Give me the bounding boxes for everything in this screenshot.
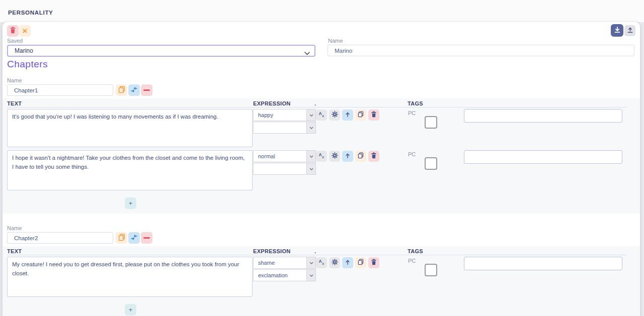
- saved-label: Saved: [7, 38, 23, 44]
- settings-button[interactable]: [329, 257, 340, 268]
- svg-text:A: A: [318, 152, 321, 157]
- expression-select-2[interactable]: [253, 163, 316, 175]
- trash-icon: [10, 27, 16, 35]
- add-row-button[interactable]: +: [125, 197, 136, 209]
- name-input[interactable]: [328, 45, 634, 56]
- upload-button[interactable]: [624, 25, 635, 36]
- download-icon: [614, 26, 621, 35]
- move-up-button[interactable]: [342, 257, 353, 268]
- download-button[interactable]: [611, 24, 623, 37]
- expression-select-value: normal: [253, 150, 307, 162]
- chapter-name-input[interactable]: [7, 232, 113, 244]
- translate-icon: Aa: [318, 259, 325, 267]
- chevron-down-icon[interactable]: [307, 257, 316, 269]
- dot-column-header: .: [314, 248, 316, 254]
- delete-row-button[interactable]: [368, 257, 379, 268]
- translate-button[interactable]: Aa: [316, 257, 327, 268]
- trash-icon: [371, 111, 377, 119]
- minus-icon: [143, 237, 150, 239]
- expression-select-2[interactable]: exclamation: [253, 269, 316, 281]
- pc-label: PC: [408, 258, 416, 264]
- chapter-rows-table: TEXT EXPRESSION . TAGS My creature! I ne…: [3, 246, 640, 316]
- personality-panel: × Saved Marino Name Chapters Name: [3, 22, 640, 316]
- merge-arrows-icon: [130, 234, 138, 243]
- translate-button[interactable]: Aa: [316, 151, 327, 162]
- copy-icon: [358, 259, 364, 267]
- translate-button[interactable]: Aa: [316, 110, 327, 121]
- chevron-down-icon: [304, 50, 310, 57]
- svg-text:A: A: [318, 111, 321, 116]
- delete-row-button[interactable]: [368, 110, 379, 121]
- dialogue-text-input[interactable]: My creature! I need you to get dressed f…: [7, 257, 253, 297]
- expression-select-1[interactable]: shame: [253, 257, 316, 269]
- chevron-down-icon[interactable]: [307, 163, 316, 175]
- copy-icon: [118, 86, 125, 95]
- expression-select-1[interactable]: happy: [253, 109, 316, 121]
- expression-select-value: [253, 163, 307, 175]
- chapter-name-input[interactable]: [7, 84, 113, 96]
- add-row-button[interactable]: +: [125, 304, 136, 315]
- trash-icon: [371, 259, 377, 267]
- copy-icon: [118, 234, 125, 243]
- clear-button[interactable]: ×: [19, 25, 31, 37]
- trash-icon: [371, 152, 377, 160]
- arrow-up-icon: [345, 153, 351, 160]
- remove-chapter-button[interactable]: [141, 84, 152, 96]
- plus-icon: +: [129, 200, 133, 206]
- move-up-button[interactable]: [342, 110, 353, 121]
- duplicate-row-button[interactable]: [355, 257, 366, 268]
- saved-select[interactable]: Marino: [7, 45, 315, 57]
- chapter-name-label: Name: [7, 225, 22, 231]
- expression-column-header: EXPRESSION: [253, 248, 291, 254]
- translate-icon: Aa: [318, 152, 325, 160]
- expression-select-value: exclamation: [253, 269, 307, 281]
- expression-select-value: [253, 122, 307, 134]
- merge-arrows-icon: [130, 86, 138, 95]
- remove-chapter-button[interactable]: [141, 232, 152, 244]
- copy-icon: [358, 111, 364, 119]
- settings-button[interactable]: [329, 151, 340, 162]
- dot-column-header: .: [314, 100, 316, 107]
- duplicate-chapter-button[interactable]: [116, 84, 127, 96]
- chevron-down-icon[interactable]: [307, 150, 316, 162]
- page-title: PERSONALITY: [8, 10, 53, 16]
- tag-input[interactable]: [464, 257, 622, 270]
- svg-text:A: A: [318, 259, 321, 264]
- expression-select-1[interactable]: normal: [253, 150, 316, 162]
- table-header: TEXT EXPRESSION . TAGS: [7, 98, 627, 108]
- delete-saved-button[interactable]: [7, 25, 19, 37]
- merge-chapter-button[interactable]: [128, 84, 140, 96]
- delete-row-button[interactable]: [368, 151, 379, 162]
- x-icon: ×: [23, 27, 28, 35]
- arrow-up-icon: [345, 259, 351, 267]
- pc-label: PC: [408, 151, 416, 157]
- svg-text:a: a: [322, 155, 324, 159]
- expression-select-value: happy: [253, 109, 307, 121]
- translate-icon: Aa: [318, 111, 325, 119]
- minus-icon: [143, 89, 150, 91]
- name-label: Name: [328, 38, 343, 44]
- chapters-heading: Chapters: [7, 59, 48, 70]
- pc-checkbox[interactable]: [425, 157, 437, 170]
- chevron-down-icon[interactable]: [307, 269, 316, 281]
- expression-select-2[interactable]: [253, 122, 316, 134]
- dialogue-text-input[interactable]: I hope it wasn't a nightmare! Take your …: [7, 150, 253, 190]
- duplicate-row-button[interactable]: [355, 151, 366, 162]
- dialogue-text-input[interactable]: It's good that you're up! I was listenin…: [7, 109, 253, 147]
- expression-column-header: EXPRESSION: [253, 100, 291, 107]
- tag-input[interactable]: [464, 150, 622, 164]
- chapter-rows-table: TEXT EXPRESSION . TAGS It's good that yo…: [3, 98, 640, 214]
- tag-input[interactable]: [464, 109, 622, 123]
- duplicate-chapter-button[interactable]: [116, 232, 127, 244]
- chevron-down-icon[interactable]: [307, 109, 316, 121]
- pc-checkbox[interactable]: [425, 116, 437, 129]
- gear-icon: [332, 259, 338, 267]
- merge-chapter-button[interactable]: [128, 232, 140, 244]
- chevron-down-icon[interactable]: [307, 122, 316, 134]
- duplicate-row-button[interactable]: [355, 110, 366, 121]
- settings-button[interactable]: [329, 110, 340, 121]
- arrow-up-icon: [345, 112, 351, 119]
- gear-icon: [332, 152, 338, 160]
- pc-checkbox[interactable]: [425, 264, 437, 276]
- move-up-button[interactable]: [342, 151, 353, 162]
